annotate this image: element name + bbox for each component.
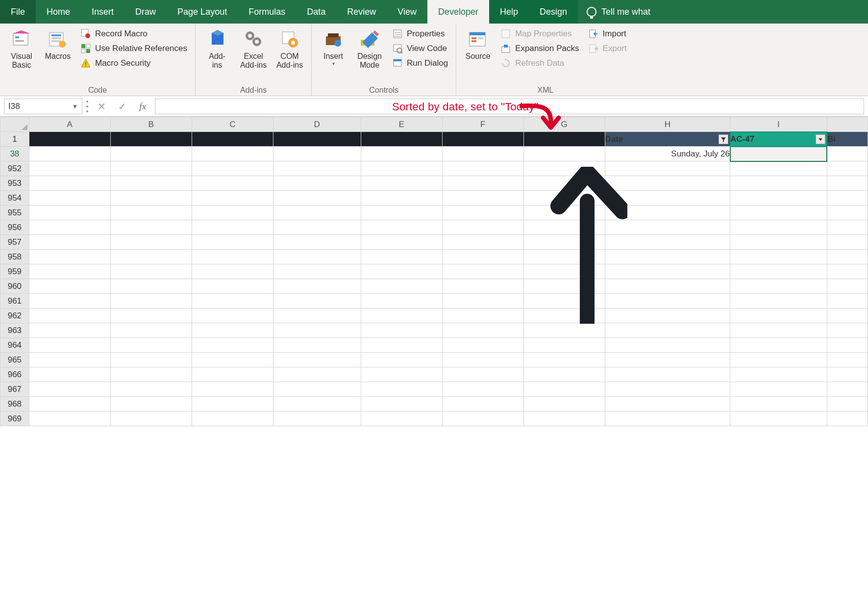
row-header-38[interactable]: 38: [0, 147, 29, 161]
row-header-969[interactable]: 969: [0, 412, 29, 426]
cell-J38[interactable]: [827, 147, 868, 161]
cell-I961[interactable]: [730, 294, 827, 309]
cell-G964[interactable]: [523, 338, 605, 353]
cell-A959[interactable]: [29, 264, 110, 279]
cell-B953[interactable]: [110, 176, 192, 191]
cell-C954[interactable]: [192, 191, 273, 206]
cell-A955[interactable]: [29, 206, 110, 220]
cell-A38[interactable]: [29, 147, 110, 161]
cell-H967[interactable]: [605, 382, 730, 397]
tab-help[interactable]: Help: [489, 0, 529, 24]
cell-E969[interactable]: [361, 412, 442, 426]
cell-I959[interactable]: [730, 264, 827, 279]
cell-B38[interactable]: [110, 147, 192, 161]
cell-G965[interactable]: [523, 353, 605, 367]
cell-D957[interactable]: [273, 235, 361, 250]
cell-H968[interactable]: [605, 397, 730, 412]
cell-G967[interactable]: [523, 382, 605, 397]
tab-draw[interactable]: Draw: [124, 0, 167, 24]
cell-E957[interactable]: [361, 235, 442, 250]
cell-I969[interactable]: [730, 412, 827, 426]
cell-E960[interactable]: [361, 279, 442, 294]
cell-G969[interactable]: [523, 412, 605, 426]
export-button[interactable]: Export: [585, 41, 630, 56]
table-header-ac47[interactable]: AC-47: [730, 132, 827, 147]
cell-A964[interactable]: [29, 338, 110, 353]
cell-J952[interactable]: [827, 161, 868, 176]
cell-F968[interactable]: [442, 397, 523, 412]
cell-A963[interactable]: [29, 323, 110, 338]
cell-A967[interactable]: [29, 382, 110, 397]
cell-F963[interactable]: [442, 323, 523, 338]
cell-D952[interactable]: [273, 161, 361, 176]
cell-C962[interactable]: [192, 309, 273, 323]
source-button[interactable]: Source: [461, 26, 495, 63]
cell-C960[interactable]: [192, 279, 273, 294]
cell-G1[interactable]: [523, 132, 605, 147]
cell-E965[interactable]: [361, 353, 442, 367]
cell-B963[interactable]: [110, 323, 192, 338]
cell-D964[interactable]: [273, 338, 361, 353]
macros-button[interactable]: Macros: [41, 26, 74, 63]
cell-J953[interactable]: [827, 176, 868, 191]
cell-B961[interactable]: [110, 294, 192, 309]
cell-E956[interactable]: [361, 220, 442, 235]
row-header-962[interactable]: 962: [0, 309, 29, 323]
filter-button-ac47[interactable]: [816, 134, 825, 144]
row-header-957[interactable]: 957: [0, 235, 29, 250]
cell-C953[interactable]: [192, 176, 273, 191]
cell-E955[interactable]: [361, 206, 442, 220]
row-header-964[interactable]: 964: [0, 338, 29, 353]
refresh-data-button[interactable]: Refresh Data: [497, 56, 582, 71]
cell-J960[interactable]: [827, 279, 868, 294]
cell-B960[interactable]: [110, 279, 192, 294]
visual-basic-button[interactable]: Visual Basic: [5, 26, 38, 72]
cell-B966[interactable]: [110, 367, 192, 382]
cell-I966[interactable]: [730, 367, 827, 382]
cell-C956[interactable]: [192, 220, 273, 235]
cell-B952[interactable]: [110, 161, 192, 176]
tab-file[interactable]: File: [0, 0, 36, 24]
cell-A958[interactable]: [29, 250, 110, 264]
cell-F965[interactable]: [442, 353, 523, 367]
cell-E38[interactable]: [361, 147, 442, 161]
cell-I963[interactable]: [730, 323, 827, 338]
cell-D953[interactable]: [273, 176, 361, 191]
cell-A953[interactable]: [29, 176, 110, 191]
cell-D968[interactable]: [273, 397, 361, 412]
cell-E953[interactable]: [361, 176, 442, 191]
cell-J957[interactable]: [827, 235, 868, 250]
row-header-955[interactable]: 955: [0, 206, 29, 220]
cell-A960[interactable]: [29, 279, 110, 294]
cell-J961[interactable]: [827, 294, 868, 309]
cell-I962[interactable]: [730, 309, 827, 323]
import-button[interactable]: Import: [585, 26, 630, 41]
cell-G963[interactable]: [523, 323, 605, 338]
cell-I952[interactable]: [730, 161, 827, 176]
cell-E961[interactable]: [361, 294, 442, 309]
cell-D965[interactable]: [273, 353, 361, 367]
cell-I954[interactable]: [730, 191, 827, 206]
cell-C961[interactable]: [192, 294, 273, 309]
cell-A954[interactable]: [29, 191, 110, 206]
cell-F967[interactable]: [442, 382, 523, 397]
tab-design[interactable]: Design: [529, 0, 578, 24]
tab-insert[interactable]: Insert: [81, 0, 124, 24]
row-header-960[interactable]: 960: [0, 279, 29, 294]
cell-G968[interactable]: [523, 397, 605, 412]
cell-J958[interactable]: [827, 250, 868, 264]
cell-B967[interactable]: [110, 382, 192, 397]
cell-E1[interactable]: [361, 132, 442, 147]
cell-J954[interactable]: [827, 191, 868, 206]
cancel-formula-button[interactable]: ✕: [93, 99, 110, 114]
macro-security-button[interactable]: ! Macro Security: [77, 56, 190, 71]
cell-I953[interactable]: [730, 176, 827, 191]
select-all-corner[interactable]: [0, 117, 29, 132]
row-header-966[interactable]: 966: [0, 367, 29, 382]
cell-F38[interactable]: [442, 147, 523, 161]
cell-A952[interactable]: [29, 161, 110, 176]
cell-F954[interactable]: [442, 191, 523, 206]
column-header-H[interactable]: H: [605, 117, 730, 132]
cell-J969[interactable]: [827, 412, 868, 426]
cell-D38[interactable]: [273, 147, 361, 161]
